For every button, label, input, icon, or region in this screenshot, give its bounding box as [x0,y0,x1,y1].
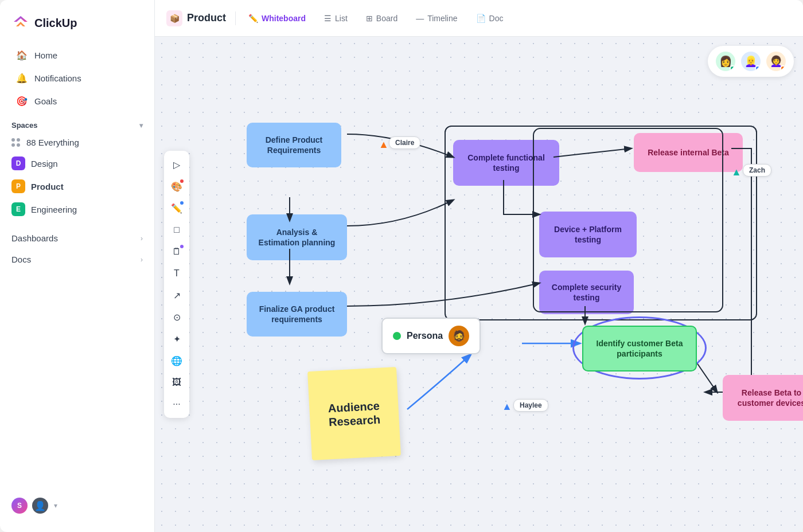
persona-card[interactable]: Persona 🧔 [381,318,481,354]
node-identify-text: Identify customer Betaparticipants [597,338,683,359]
tab-doc[interactable]: 📄 Doc [468,10,512,26]
goals-icon: 🎯 [16,96,28,107]
sidebar-item-engineering[interactable]: E Engineering [0,198,154,221]
node-analysis[interactable]: Analysis &Estimation planning [247,214,347,260]
toolbar-pencil-dot [180,201,184,205]
spaces-chevron[interactable]: ▾ [139,122,143,130]
haylee-cursor: ▲ [502,401,512,413]
list-tab-icon: ☰ [324,14,332,23]
home-label: Home [34,50,57,60]
sidebar-nav: 🏠 Home 🔔 Notifications 🎯 Goals [0,44,154,113]
node-define-text: Define ProductRequirements [266,135,323,155]
node-finalize[interactable]: Finalize GA productrequirements [247,292,347,337]
testing-border-box [445,126,757,320]
svg-marker-0 [14,16,28,22]
design-label: Design [31,159,58,169]
user-avatar-photo: 👤 [32,498,48,514]
tab-board[interactable]: ⊞ Board [358,10,406,26]
sidebar-item-product[interactable]: P Product [0,175,154,198]
collaborator-avatars: 👩 👱‍♀️ 👩‍🦱 [708,46,794,77]
sidebar-logo: ClickUp [0,9,154,44]
node-analysis-text: Analysis &Estimation planning [259,227,336,248]
zach-label: Zach [743,164,771,177]
docs-label: Docs [11,255,31,264]
persona-label: Persona [407,331,443,341]
doc-tab-label: Doc [489,14,504,23]
notifications-icon: 🔔 [16,73,28,84]
goals-label: Goals [34,96,57,106]
whiteboard-tab-label: Whiteboard [262,14,306,23]
list-tab-label: List [335,14,348,23]
timeline-tab-label: Timeline [427,14,457,23]
collab-status-3 [780,65,786,71]
tab-list[interactable]: ☰ List [316,10,356,26]
toolbar-pencil[interactable]: ✏️ [167,199,186,217]
node-identify-customers[interactable]: Identify customer Betaparticipants [582,326,697,371]
board-tab-label: Board [376,14,397,23]
timeline-tab-icon: — [416,14,424,23]
toolbar-arrow[interactable]: ↗ [167,286,186,304]
product-badge: P [11,179,25,193]
whiteboard-canvas[interactable]: ▷ 🎨 ✏️ □ 🗒 T ↗ ⊙ ✦ 🌐 🖼 ··· [155,37,803,532]
everything-icon [11,138,21,147]
sidebar-item-docs[interactable]: Docs › [0,249,154,270]
user-avatar-initial[interactable]: S [11,498,28,514]
clickup-logo-icon [11,14,30,32]
engineering-label: Engineering [31,205,77,214]
claire-label: Claire [389,136,420,149]
toolbar-globe[interactable]: 🌐 [167,351,186,370]
toolbar-text[interactable]: T [167,264,186,283]
toolbar-select[interactable]: ▷ [167,155,186,174]
project-icon: 📦 [166,10,182,26]
sidebar: ClickUp 🏠 Home 🔔 Notifications 🎯 Goals S… [0,0,155,532]
toolbar-more[interactable]: ··· [167,395,186,413]
sidebar-item-everything[interactable]: 88 Everything [0,133,154,152]
sidebar-item-notifications[interactable]: 🔔 Notifications [5,67,150,89]
node-finalize-text: Finalize GA productrequirements [259,304,335,324]
whiteboard-tab-icon: ✏️ [248,14,258,23]
svg-marker-1 [16,22,25,26]
toolbar-paint[interactable]: 🎨 [167,177,186,195]
spaces-section: Spaces ▾ [0,113,154,133]
collab-avatar-1: 👩 [715,50,736,72]
node-define-requirements[interactable]: Define ProductRequirements [247,123,341,167]
doc-tab-icon: 📄 [476,14,486,23]
sidebar-item-home[interactable]: 🏠 Home [5,44,150,66]
main-content: 📦 Product ✏️ Whiteboard ☰ List ⊞ Board —… [155,0,803,532]
zach-cursor: ▲ [731,166,742,178]
sticky-note-text: Audience Research [318,398,390,429]
toolbar-sparkle[interactable]: ✦ [167,330,186,348]
collab-status-1 [730,65,735,71]
everything-label: 88 Everything [26,138,79,147]
spaces-label: Spaces [11,121,38,130]
notifications-label: Notifications [34,73,81,83]
claire-cursor: ▲ [379,139,389,151]
topbar: 📦 Product ✏️ Whiteboard ☰ List ⊞ Board —… [155,0,803,37]
toolbar-sticky[interactable]: 🗒 [167,242,186,261]
topbar-project: 📦 Product [166,10,226,26]
toolbar-shape[interactable]: □ [167,221,186,239]
sticky-note-audience[interactable]: Audience Research [307,367,401,460]
user-menu-arrow[interactable]: ▾ [54,502,57,510]
home-icon: 🏠 [16,50,28,61]
sidebar-bottom: S 👤 ▾ [0,488,154,523]
engineering-badge: E [11,202,25,216]
persona-status-dot [393,332,401,340]
collab-avatar-3: 👩‍🦱 [765,50,787,72]
sidebar-item-design[interactable]: D Design [0,152,154,175]
toolbar-image[interactable]: 🖼 [167,373,186,392]
toolbar-connect[interactable]: ⊙ [167,308,186,326]
tab-timeline[interactable]: — Timeline [408,10,465,26]
node-release-customer[interactable]: Release Beta tocustomer devices [723,375,803,421]
docs-arrow: › [141,256,143,264]
tab-whiteboard[interactable]: ✏️ Whiteboard [240,10,314,26]
sidebar-item-goals[interactable]: 🎯 Goals [5,90,150,112]
toolbar-sticky-dot [180,245,184,248]
dashboards-label: Dashboards [11,233,58,243]
node-release-customer-text: Release Beta tocustomer devices [738,388,803,408]
design-badge: D [11,157,25,170]
sidebar-item-dashboards[interactable]: Dashboards › [0,228,154,249]
dashboards-arrow: › [141,234,143,242]
project-name: Product [187,12,226,24]
toolbar-color-dot [180,179,184,183]
